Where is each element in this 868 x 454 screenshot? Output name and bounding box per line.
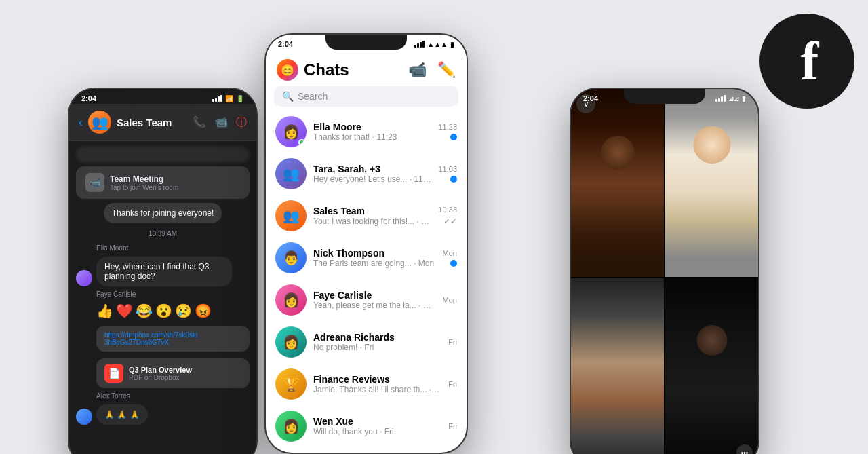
reaction-thumbs[interactable]: 👍 <box>96 303 113 319</box>
reaction-heart[interactable]: ❤️ <box>116 303 133 319</box>
back-icon[interactable]: ‹ <box>79 115 83 130</box>
adreana-preview: No problem! · Fri <box>313 343 441 352</box>
search-icon: 🔍 <box>282 91 294 102</box>
fb-letter: f <box>795 34 819 88</box>
file-attachment[interactable]: 📄 Q3 Plan Overview PDF on Dropbox <box>96 358 250 388</box>
chats-title-row: 😊 Chats <box>277 59 349 81</box>
chats-list-screen: 2:04 ▲▲▲ ▮ 😊 <box>266 35 467 453</box>
video-new-icon[interactable]: 📹 <box>408 61 427 79</box>
reaction-angry[interactable]: 😡 <box>195 303 212 319</box>
battery-icon-right: ▮ <box>742 95 746 102</box>
chat-header-avatar: 👥 <box>88 111 111 134</box>
nick-info: Nick Thompson The Paris team are going..… <box>313 248 436 268</box>
adreana-info: Adreana Richards No problem! · Fri <box>313 332 441 352</box>
avatar-nick: 👨 <box>275 242 307 273</box>
video-tile-1: ∨ <box>571 89 664 277</box>
right-phone: 2:04 ⊿⊿ ▮ <box>570 88 760 454</box>
faye-face: 👩 <box>275 284 307 316</box>
face-circle-2 <box>693 126 730 164</box>
pdf-icon: 📄 <box>104 364 123 383</box>
reaction-laugh[interactable]: 😂 <box>136 303 153 319</box>
sender-ella: Ella Moore <box>96 244 250 252</box>
facebook-logo: f <box>760 14 854 109</box>
blurred-msg <box>76 147 250 162</box>
video-grid: ∨ <box>571 89 758 454</box>
compose-icon[interactable]: ✏️ <box>437 61 456 79</box>
ella-name: Ella Moore <box>313 121 431 132</box>
video-icon[interactable]: 📹 <box>214 115 228 130</box>
notch-center <box>326 35 407 50</box>
faye-info: Faye Carlisle Yeah, please get me the la… <box>313 290 436 310</box>
sales-name: Sales Team <box>313 206 431 216</box>
avatar-ella: 👩 <box>275 116 307 147</box>
adreana-time: Fri <box>448 338 457 346</box>
search-bar[interactable]: 🔍 Search <box>274 86 458 107</box>
meeting-title: Team Meeting <box>110 174 178 184</box>
ella-message-row: Hey, where can I find that Q3 planning d… <box>76 257 250 286</box>
faye-name: Faye Carlisle <box>313 290 436 301</box>
group-unread <box>450 176 457 183</box>
notch-left <box>122 89 203 104</box>
chat-item-4[interactable]: 👨 Nick Thompson The Paris team are going… <box>266 237 467 279</box>
nick-name: Nick Thompson <box>313 248 436 259</box>
left-phone-frame: 2:04 📶 🔋 ‹ 👥 Sales <box>68 88 258 454</box>
video-tile-4: ••• <box>665 278 758 454</box>
timestamp-1039: 10:39 AM <box>76 230 250 238</box>
chat-header: ‹ 👥 Sales Team 📞 📹 ⓘ <box>69 104 256 141</box>
chat-item-3[interactable]: 👥 Sales Team You: I was looking for this… <box>266 195 467 237</box>
faye-time: Mon <box>443 296 457 304</box>
group-name: Tara, Sarah, +3 <box>313 164 431 174</box>
thanks-bubble: Thanks for joining everyone! <box>104 203 222 223</box>
chat-item-8[interactable]: 👩 Wen Xue Will do, thank you · Fri Fri <box>266 405 467 447</box>
sender-faye: Faye Carlisle <box>96 290 250 298</box>
battery-icon-left: 🔋 <box>236 95 244 102</box>
sr-bar-4 <box>724 95 726 102</box>
time-left: 2:04 <box>81 94 96 102</box>
chat-item-5[interactable]: 👩 Faye Carlisle Yeah, please get me the … <box>266 279 467 321</box>
system-message-meeting[interactable]: 📹 Team Meeting Tap to join Wen's room <box>76 166 250 199</box>
chats-title: Chats <box>304 60 349 79</box>
sc-bar-2 <box>417 43 419 48</box>
face-circle-1 <box>601 136 635 170</box>
info-icon[interactable]: ⓘ <box>236 115 247 130</box>
sr-bar-1 <box>715 99 717 102</box>
meeting-subtitle: Tap to join Wen's room <box>110 184 178 191</box>
status-icons-center: ▲▲▲ ▮ <box>414 41 454 48</box>
adreana-face: 👩 <box>275 326 307 358</box>
finance-preview: Jamie: Thanks all! I'll share th... · Fr… <box>313 385 441 394</box>
chat-item-6[interactable]: 👩 Adreana Richards No problem! · Fri Fri <box>266 321 467 363</box>
ella-preview: Thanks for that! · 11:23 <box>313 132 431 142</box>
center-phone-frame: 2:04 ▲▲▲ ▮ 😊 <box>264 33 468 454</box>
chat-screen: 2:04 📶 🔋 ‹ 👥 Sales <box>69 89 256 454</box>
wen-preview: Will do, thank you · Fri <box>313 427 441 436</box>
chat-item-7[interactable]: 🏆 Finance Reviews Jamie: Thanks all! I'l… <box>266 363 467 405</box>
dropbox-link[interactable]: https://dropbox.com/sh/7sk0ski3hBcGs27Dn… <box>96 326 250 352</box>
nick-preview: The Paris team are going... · Mon <box>313 259 436 268</box>
finance-name: Finance Reviews <box>313 374 441 385</box>
wifi-icon-left: 📶 <box>225 95 233 102</box>
phone-icon[interactable]: 📞 <box>193 115 206 130</box>
sales-meta: 10:38 ✓✓ <box>438 206 457 226</box>
ella-info: Ella Moore Thanks for that! · 11:23 <box>313 121 431 142</box>
adreana-meta: Fri <box>448 338 457 346</box>
chat-item-1[interactable]: 👩 Ella Moore Thanks for that! · 11:23 11… <box>266 111 467 153</box>
alex-message: 🙏 🙏 🙏 <box>96 404 148 425</box>
video-person-3 <box>571 278 664 454</box>
status-icons-left: 📶 🔋 <box>212 95 244 102</box>
chat-item-2[interactable]: 👥 Tara, Sarah, +3 Hey everyone! Let's us… <box>266 153 467 195</box>
signal-bar-4 <box>220 95 222 102</box>
video-person-1 <box>571 89 664 277</box>
center-phone: 2:04 ▲▲▲ ▮ 😊 <box>264 33 468 454</box>
face-circle-3 <box>601 316 635 349</box>
sales-read: ✓✓ <box>443 216 457 226</box>
adreana-name: Adreana Richards <box>313 332 441 343</box>
profile-avatar[interactable]: 😊 <box>277 59 298 81</box>
file-name: Q3 Plan Overview <box>129 366 192 374</box>
reaction-wow[interactable]: 😮 <box>155 303 172 319</box>
sales-time: 10:38 <box>438 206 457 214</box>
chat-list: 👩 Ella Moore Thanks for that! · 11:23 11… <box>266 111 467 447</box>
profile-face: 😊 <box>277 59 298 81</box>
right-phone-frame: 2:04 ⊿⊿ ▮ <box>570 88 760 454</box>
reaction-sad[interactable]: 😢 <box>175 303 192 319</box>
chat-header-actions[interactable]: 📞 📹 ⓘ <box>193 115 247 130</box>
